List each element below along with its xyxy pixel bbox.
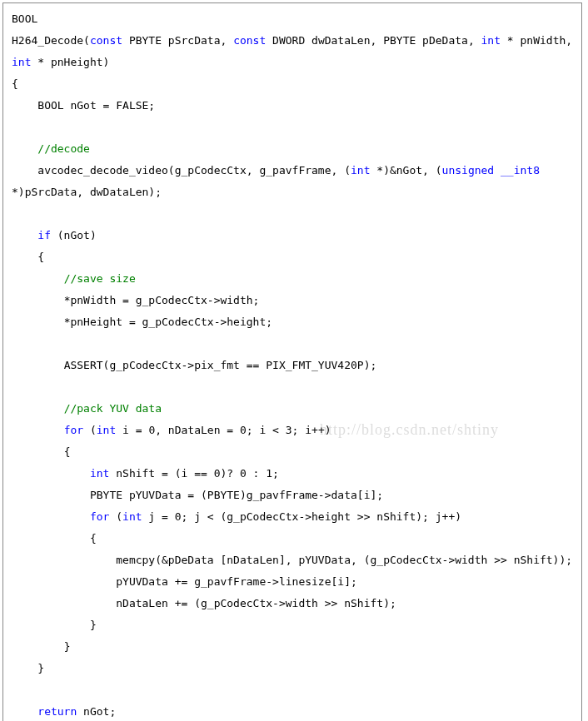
code-content: BOOL H264_Decode(const PBYTE pSrcData, c… (12, 8, 573, 721)
code-block: http://blog.csdn.net/shtiny BOOL H264_De… (2, 2, 582, 721)
